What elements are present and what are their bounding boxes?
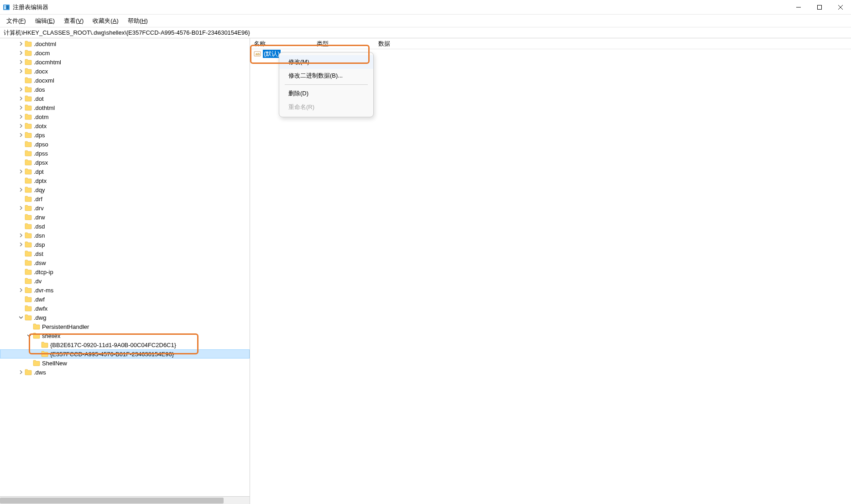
folder-icon	[25, 296, 32, 302]
tree-node-dws[interactable]: .dws	[0, 368, 250, 377]
tree-node-dtcpip[interactable]: .dtcp-ip	[0, 267, 250, 276]
tree-node-dochtml[interactable]: .dochtml	[0, 39, 250, 48]
tree-node-dsp[interactable]: .dsp	[0, 240, 250, 249]
tree-node-docxml[interactable]: .docxml	[0, 76, 250, 85]
tree-node-dv[interactable]: .dv	[0, 276, 250, 286]
tree-node-docx[interactable]: .docx	[0, 67, 250, 76]
tree-node-dothtml[interactable]: .dothtml	[0, 103, 250, 112]
folder-icon	[25, 205, 32, 211]
chevron-right-icon[interactable]	[17, 232, 25, 239]
column-name[interactable]: 名称	[250, 38, 313, 49]
folder-icon	[25, 214, 32, 220]
tree-label: .dpss	[34, 150, 48, 157]
chevron-right-icon[interactable]	[17, 286, 25, 294]
tree-node-dpss[interactable]: .dpss	[0, 149, 250, 158]
column-data[interactable]: 数据	[375, 38, 851, 49]
folder-icon	[25, 150, 32, 156]
chevron-right-icon[interactable]	[17, 131, 25, 139]
tree-node-dsd[interactable]: .dsd	[0, 222, 250, 231]
tree-node-dpso[interactable]: .dpso	[0, 140, 250, 149]
folder-icon	[33, 323, 40, 330]
ctx-modify[interactable]: 修改(M)...	[279, 55, 373, 69]
tree-node-E357FCCDA9954576B01F234630154E96[interactable]: {E357FCCD-A995-4576-B01F-234630154E96}	[0, 349, 250, 359]
folder-icon	[25, 41, 32, 47]
titlebar: 注册表编辑器	[0, 0, 851, 15]
folder-icon	[25, 132, 32, 138]
tree-node-dpt[interactable]: .dpt	[0, 167, 250, 176]
ctx-modify-binary[interactable]: 修改二进制数据(B)...	[279, 69, 373, 83]
column-type[interactable]: 类型	[313, 38, 375, 49]
tree-label: .dqy	[34, 187, 45, 193]
menu-file[interactable]: 文件(F)	[2, 15, 31, 27]
address-bar[interactable]: 计算机\HKEY_CLASSES_ROOT\.dwg\shellex\{E357…	[0, 27, 851, 38]
chevron-right-icon[interactable]	[17, 58, 25, 66]
tree-node-dsn[interactable]: .dsn	[0, 231, 250, 240]
maximize-button[interactable]	[809, 0, 830, 15]
svg-rect-6	[818, 5, 822, 9]
folder-icon	[25, 196, 32, 202]
chevron-right-icon[interactable]	[17, 241, 25, 248]
tree-node-docmhtml[interactable]: .docmhtml	[0, 57, 250, 67]
chevron-right-icon[interactable]	[17, 369, 25, 376]
tree-node-drf[interactable]: .drf	[0, 194, 250, 203]
chevron-right-icon[interactable]	[17, 122, 25, 130]
tree-node-dptx[interactable]: .dptx	[0, 176, 250, 185]
tree-node-dst[interactable]: .dst	[0, 249, 250, 258]
chevron-right-icon[interactable]	[17, 168, 25, 175]
tree-node-dwfx[interactable]: .dwfx	[0, 304, 250, 313]
chevron-right-icon[interactable]	[17, 204, 25, 212]
folder-icon	[25, 250, 32, 257]
tree-node-shellex[interactable]: shellex	[0, 331, 250, 340]
tree-label: {E357FCCD-A995-4576-B01F-234630154E96}	[50, 351, 174, 358]
menu-edit[interactable]: 编辑(E)	[31, 15, 59, 27]
chevron-right-icon[interactable]	[17, 186, 25, 193]
tree-node-drw[interactable]: .drw	[0, 213, 250, 222]
tree-label: .docxml	[34, 77, 54, 84]
close-button[interactable]	[830, 0, 851, 15]
tree-node-docm[interactable]: .docm	[0, 48, 250, 57]
tree-label: .dotx	[34, 123, 47, 130]
tree-node-dos[interactable]: .dos	[0, 85, 250, 94]
tree-node-dotx[interactable]: .dotx	[0, 121, 250, 130]
tree-label: .docx	[34, 68, 48, 75]
tree-node-drv[interactable]: .drv	[0, 203, 250, 213]
folder-icon	[25, 59, 32, 65]
ctx-delete[interactable]: 删除(D)	[279, 87, 373, 100]
tree-node-dsw[interactable]: .dsw	[0, 258, 250, 267]
menu-favorites[interactable]: 收藏夹(A)	[88, 15, 123, 27]
tree-label: ShellNew	[42, 360, 67, 367]
tree-node-dqy[interactable]: .dqy	[0, 185, 250, 194]
chevron-right-icon[interactable]	[17, 104, 25, 111]
tree-node-dps[interactable]: .dps	[0, 130, 250, 140]
tree-horizontal-scrollbar[interactable]	[0, 496, 250, 504]
menu-view[interactable]: 查看(V)	[59, 15, 88, 27]
scrollbar-thumb[interactable]	[0, 498, 224, 504]
tree-label: .dot	[34, 95, 44, 102]
chevron-down-icon[interactable]	[17, 314, 25, 321]
folder-icon	[25, 114, 32, 120]
chevron-right-icon[interactable]	[17, 49, 25, 57]
tree-node-PersistentHandler[interactable]: PersistentHandler	[0, 322, 250, 331]
menu-help[interactable]: 帮助(H)	[123, 15, 152, 27]
chevron-right-icon[interactable]	[17, 113, 25, 120]
tree-node-dot[interactable]: .dot	[0, 94, 250, 103]
tree-node-ShellNew[interactable]: ShellNew	[0, 359, 250, 368]
tree-node-dvrms[interactable]: .dvr-ms	[0, 286, 250, 295]
tree-node-dpsx[interactable]: .dpsx	[0, 158, 250, 167]
chevron-down-icon[interactable]	[26, 332, 33, 339]
registry-tree[interactable]: .dochtml.docm.docmhtml.docx.docxml.dos.d…	[0, 38, 250, 378]
minimize-button[interactable]	[788, 0, 809, 15]
tree-node-dotm[interactable]: .dotm	[0, 112, 250, 121]
chevron-right-icon[interactable]	[17, 95, 25, 102]
value-name: (默认)	[263, 50, 281, 58]
tree-label: .drv	[34, 205, 44, 212]
tree-label: .dws	[34, 369, 46, 376]
chevron-right-icon[interactable]	[17, 40, 25, 47]
tree-node-dwf[interactable]: .dwf	[0, 295, 250, 304]
tree-node-BB2E617C092011d19A0B00C04FC2D6C1[interactable]: {BB2E617C-0920-11d1-9A0B-00C04FC2D6C1}	[0, 340, 250, 349]
folder-icon	[25, 314, 32, 321]
folder-icon	[25, 287, 32, 293]
tree-node-dwg[interactable]: .dwg	[0, 313, 250, 322]
chevron-right-icon[interactable]	[17, 68, 25, 75]
chevron-right-icon[interactable]	[17, 86, 25, 93]
